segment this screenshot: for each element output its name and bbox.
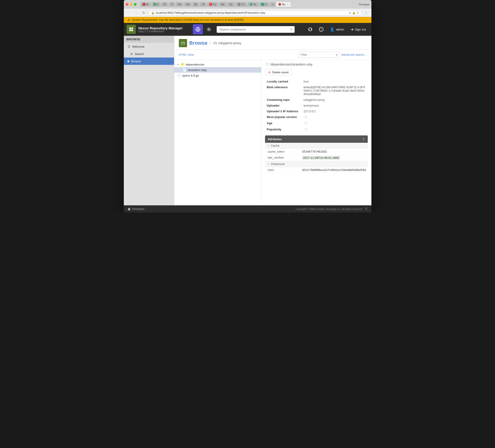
sign-out-button[interactable]: ➜ Sign out bbox=[348, 26, 369, 33]
back-button[interactable]: ← bbox=[126, 10, 132, 15]
search-label: Search bbox=[135, 52, 144, 56]
field-key-age: Age bbox=[265, 120, 302, 127]
field-value-locally-cached: true bbox=[302, 79, 368, 84]
browse-header: 🗃 Browse / 🗃 rubygems-proxy bbox=[174, 36, 371, 50]
attr-key-cache-token: cache_token bbox=[268, 150, 302, 153]
sidebar-item-welcome[interactable]: ☰ Welcome bbox=[124, 43, 174, 50]
table-row: Uploader anonymous bbox=[265, 103, 368, 108]
url-icons: ★ 🔒 ✉ bbox=[349, 11, 359, 14]
tab-x[interactable]: × bbox=[270, 2, 275, 7]
menu-button[interactable]: ⋮ bbox=[364, 10, 369, 15]
search-bar-wrap: ✕ bbox=[217, 26, 295, 33]
attributes-toggle-icon[interactable]: ⇧ bbox=[362, 137, 365, 141]
user-icon: 👤 bbox=[330, 27, 334, 32]
user-menu[interactable]: 👤 admin bbox=[327, 26, 347, 33]
browse-nav-button[interactable] bbox=[193, 24, 203, 34]
maximize-button[interactable] bbox=[134, 3, 137, 6]
search-clear-icon[interactable]: ✕ bbox=[290, 27, 293, 31]
field-key-popular-version: Most popular version bbox=[265, 114, 302, 120]
breadcrumb-item: 🗃 rubygems-proxy bbox=[213, 41, 241, 45]
table-row: Age ⓘ bbox=[265, 120, 368, 127]
tab-sv[interactable]: Sv bbox=[248, 2, 259, 7]
attributes-header: Attributes ⇧ bbox=[265, 135, 368, 143]
checksum-label: Checksum bbox=[271, 162, 285, 166]
tree-item-specs[interactable]: 📄 specs.4.8.gz bbox=[174, 73, 261, 78]
filter-input[interactable] bbox=[298, 52, 339, 58]
tab-8[interactable]: Jll bbox=[200, 2, 206, 7]
footer-developer: Developer bbox=[127, 207, 145, 211]
tab-7[interactable]: [N bbox=[192, 2, 199, 7]
svg-point-6 bbox=[208, 29, 209, 30]
table-row: Most popular version ⓘ bbox=[265, 114, 368, 120]
filter-container: ✕ bbox=[298, 52, 339, 58]
delete-asset-button[interactable]: ⊖ Delete asset bbox=[265, 69, 292, 75]
forward-button[interactable]: → bbox=[134, 10, 139, 15]
browse-sidebar-icon: ■ bbox=[127, 59, 129, 63]
refresh-button[interactable] bbox=[305, 24, 315, 34]
warning-message: System Requirement: max file descriptors… bbox=[132, 18, 244, 22]
svg-rect-2 bbox=[129, 29, 131, 31]
file-icon-specs: 📄 bbox=[177, 74, 181, 77]
sidebar: Browse ☰ Welcome ⊕ Search ■ Browse bbox=[124, 36, 174, 205]
attr-key-sha1: sha1 bbox=[268, 168, 302, 172]
tab-gmail[interactable]: M bbox=[140, 2, 151, 7]
tab-2[interactable]: 8 bbox=[151, 2, 161, 7]
detail-path-icon: 📄 bbox=[265, 63, 269, 66]
attr-group-checksum: − Checksum sha1 4f12c78d890bca1e7c39d1ec… bbox=[265, 161, 368, 173]
minimize-button[interactable] bbox=[130, 3, 133, 6]
reload-button[interactable]: ↻ bbox=[141, 10, 146, 15]
browse-label: Browse bbox=[131, 60, 141, 63]
tab-5[interactable]: Ne bbox=[176, 2, 183, 7]
table-row: Blob reference default@F9E1AC6B-846CF86E… bbox=[265, 84, 368, 97]
warning-icon: ⚠ bbox=[127, 18, 130, 22]
welcome-label: Welcome bbox=[132, 45, 145, 48]
field-key-locally-cached: Locally cached bbox=[265, 79, 302, 84]
field-value-blob-ref: default@F9E1AC6B-846CF86E-828F2C3-0F9584… bbox=[302, 84, 368, 97]
url-bar[interactable]: 🔒 localhost:8081/?debug#browse/browse:ru… bbox=[149, 10, 361, 15]
tab-gl[interactable]: GL bbox=[227, 2, 235, 7]
settings-nav-button[interactable] bbox=[204, 24, 214, 34]
tree-item-dependencies[interactable]: ▼ 📁 dependencies bbox=[174, 62, 261, 67]
url-text: localhost:8081/?debug#browse/browse:ruby… bbox=[156, 11, 347, 14]
attr-group-cache: − Cache cache_token 553467747461002 last… bbox=[265, 143, 368, 161]
tree-item-strandom-label: strandom.ruby bbox=[188, 68, 207, 72]
filter-wrap: ✕ Advanced search... bbox=[298, 52, 367, 58]
tab-lo[interactable]: lo bbox=[259, 2, 269, 7]
tab-fu[interactable]: Fu bbox=[207, 2, 218, 7]
attr-value-sha1: 4f12c78d890bca1e7c39d1ec15deddb0b98ef283 bbox=[302, 168, 366, 172]
tree-item-strandom[interactable]: 📄 strandom.ruby bbox=[174, 67, 261, 73]
scroll-top-button[interactable]: ⇧ bbox=[365, 207, 368, 211]
traffic-lights bbox=[126, 3, 137, 6]
html-view-link[interactable]: HTML View bbox=[179, 53, 194, 56]
tab-cc[interactable]: Cc bbox=[235, 2, 247, 7]
sidebar-item-search[interactable]: ⊕ Search bbox=[124, 50, 174, 57]
advanced-search-link[interactable]: Advanced search... bbox=[341, 53, 367, 56]
attr-value-cache-token: 553467747461002 bbox=[302, 150, 327, 153]
cache-toggle: − bbox=[268, 144, 270, 147]
field-key-popularity: Popularity bbox=[265, 127, 302, 133]
table-row: Containing repo rubygems-proxy bbox=[265, 97, 368, 103]
sidebar-item-browse[interactable]: ■ Browse bbox=[124, 57, 174, 65]
tab-ne[interactable]: Ne bbox=[219, 2, 227, 7]
file-icon-strandom: 📄 bbox=[182, 68, 186, 72]
field-value-containing-repo: rubygems-proxy bbox=[302, 97, 368, 103]
filter-clear-icon[interactable]: ✕ bbox=[335, 53, 338, 56]
field-value-uploader-ip: 127.0.0.1 bbox=[302, 108, 368, 114]
search-components-input[interactable] bbox=[217, 26, 295, 33]
header-right: ? 👤 admin ➜ Sign out bbox=[305, 24, 369, 34]
field-key-uploader-ip: Uploader's IP Address bbox=[265, 108, 302, 114]
username-label: admin bbox=[336, 28, 344, 31]
app-version: OSS 3.7.0-SNAPSHOT bbox=[138, 30, 183, 33]
tab-ru[interactable]: Ru× bbox=[276, 2, 291, 7]
tabs-row: M 8 St Ti Ne Ne [N Jll Fu Ne GL Cc Sv lo… bbox=[140, 2, 356, 7]
close-button[interactable] bbox=[126, 3, 128, 6]
tab-3[interactable]: St bbox=[161, 2, 168, 7]
tab-4[interactable]: Ti bbox=[168, 2, 175, 7]
tree-item-specs-label: specs.4.8.gz bbox=[182, 74, 199, 77]
tab-6[interactable]: Ne bbox=[184, 2, 192, 7]
help-button[interactable]: ? bbox=[316, 24, 326, 34]
welcome-icon: ☰ bbox=[127, 45, 130, 48]
app-header: Nexus Repository Manager OSS 3.7.0-SNAPS… bbox=[124, 23, 371, 36]
table-row: Uploader's IP Address 127.0.0.1 bbox=[265, 108, 368, 114]
field-key-uploader: Uploader bbox=[265, 103, 302, 108]
